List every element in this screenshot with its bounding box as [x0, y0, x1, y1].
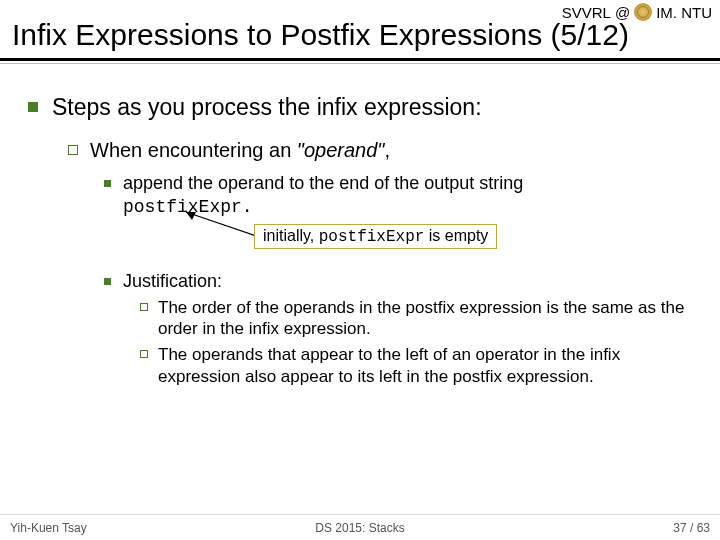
callout-suffix: is empty: [424, 227, 488, 244]
square-bullet-icon: [28, 102, 38, 112]
l4a-text: The order of the operands in the postfix…: [158, 297, 692, 341]
footer-course: DS 2015: Stacks: [0, 521, 720, 535]
title-divider-shadow: [0, 63, 720, 64]
l2-prefix: When encountering an: [90, 139, 297, 161]
footer-page-number: 37 / 63: [673, 521, 710, 535]
slide-content: Steps as you process the infix expressio…: [0, 68, 720, 388]
square-bullet-icon: [104, 180, 111, 187]
slide-footer: Yih-Kuen Tsay DS 2015: Stacks 37 / 63: [0, 514, 720, 540]
open-square-bullet-icon: [68, 145, 78, 155]
org-right: IM. NTU: [656, 4, 712, 21]
svg-line-0: [186, 212, 256, 236]
callout-wrap: initially, postfixExpr is empty: [104, 222, 692, 256]
l3a-prefix: append the operand to the end of the out…: [123, 173, 523, 193]
l1-text: Steps as you process the infix expressio…: [52, 94, 482, 121]
arrow-icon: [178, 204, 258, 244]
footer-author: Yih-Kuen Tsay: [10, 521, 87, 535]
l2-suffix: ,: [384, 139, 390, 161]
open-square-bullet-icon: [140, 350, 148, 358]
open-square-bullet-icon: [140, 303, 148, 311]
title-divider: [0, 58, 720, 61]
callout-code: postfixExpr: [319, 228, 425, 246]
l4b-text: The operands that appear to the left of …: [158, 344, 692, 388]
callout-box: initially, postfixExpr is empty: [254, 224, 497, 249]
bullet-level2: When encountering an "operand",: [68, 139, 692, 162]
svg-marker-1: [186, 212, 196, 220]
callout-prefix: initially,: [263, 227, 319, 244]
bullet-level3-b: Justification:: [104, 270, 692, 293]
slide-title: Infix Expressions to Postfix Expressions…: [12, 18, 629, 52]
ntu-logo-icon: [634, 3, 652, 21]
bullet-level4-a: The order of the operands in the postfix…: [140, 297, 692, 341]
square-bullet-icon: [104, 278, 111, 285]
l2-quoted: "operand": [297, 139, 385, 161]
bullet-level4-b: The operands that appear to the left of …: [140, 344, 692, 388]
l3b-text: Justification:: [123, 270, 222, 293]
bullet-level1: Steps as you process the infix expressio…: [28, 94, 692, 121]
l2-text: When encountering an "operand",: [90, 139, 390, 162]
